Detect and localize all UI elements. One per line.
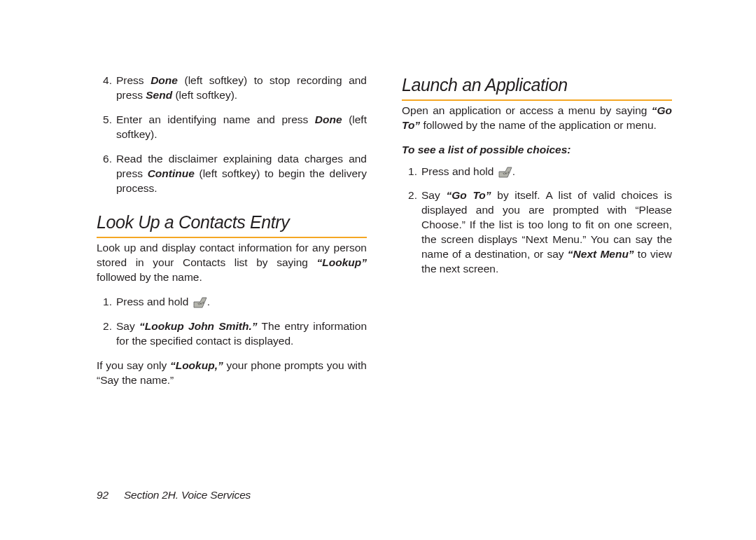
left-column: 4. Press Done (left softkey) to stop rec…	[97, 74, 367, 398]
page-footer: 92 Section 2H. Voice Services	[97, 489, 251, 501]
step-text: Press and hold TALK.	[421, 165, 672, 179]
step-4: 4. Press Done (left softkey) to stop rec…	[97, 74, 367, 103]
step-text: Say “Lookup John Smith.” The entry infor…	[116, 319, 367, 349]
lookup-steps-list: 1. Press and hold TALK. 2. Say “Lookup J…	[97, 295, 367, 349]
voice-command-lookup: “Lookup”	[317, 256, 367, 268]
talk-key-icon: TALK	[192, 296, 207, 308]
step-5: 5. Enter an identifying name and press D…	[97, 113, 367, 142]
softkey-continue: Continue	[148, 167, 195, 179]
step-text: Read the disclaimer explaining data char…	[116, 152, 367, 196]
step-text: Enter an identifying name and press Done…	[116, 113, 367, 142]
step-text: Press and hold TALK.	[116, 295, 367, 310]
voice-command-next-menu: “Next Menu”	[568, 248, 634, 260]
right-column: Launch an Application Open an applicatio…	[402, 74, 672, 398]
lookup-intro: Look up and display contact information …	[97, 241, 367, 285]
voice-command-goto: “Go To”	[446, 189, 491, 201]
page-number: 92	[97, 489, 108, 501]
step-number: 2.	[97, 319, 116, 349]
lookup-step-2: 2. Say “Lookup John Smith.” The entry in…	[97, 319, 367, 349]
two-column-layout: 4. Press Done (left softkey) to stop rec…	[97, 74, 672, 398]
step-number: 1.	[97, 295, 116, 310]
section-title: Section 2H. Voice Services	[124, 489, 251, 501]
subhead-choices: To see a list of possible choices:	[402, 143, 672, 158]
continued-steps-list: 4. Press Done (left softkey) to stop rec…	[97, 74, 367, 195]
step-text: Press Done (left softkey) to stop record…	[116, 74, 367, 103]
step-6: 6. Read the disclaimer explaining data c…	[97, 152, 367, 196]
launch-step-2: 2. Say “Go To” by itself. A list of vali…	[402, 188, 672, 277]
step-number: 5.	[97, 113, 116, 142]
softkey-done: Done	[150, 74, 178, 86]
heading-look-up-contacts: Look Up a Contacts Entry	[97, 211, 367, 238]
heading-launch-application: Launch an Application	[402, 74, 672, 101]
voice-command-lookup-example: “Lookup John Smith.”	[139, 320, 257, 332]
launch-steps-list: 1. Press and hold TALK. 2. Say “Go To” b…	[402, 165, 672, 277]
step-number: 4.	[97, 74, 116, 103]
talk-key-icon: TALK	[497, 165, 512, 178]
manual-page: 4. Press Done (left softkey) to stop rec…	[0, 0, 756, 540]
lookup-step-1: 1. Press and hold TALK.	[97, 295, 367, 310]
step-number: 2.	[402, 188, 421, 277]
launch-intro: Open an application or access a menu by …	[402, 104, 672, 133]
step-text: Say “Go To” by itself. A list of valid c…	[421, 188, 672, 277]
softkey-send: Send	[146, 89, 172, 101]
voice-command-lookup-only: “Lookup,”	[170, 359, 223, 371]
step-number: 6.	[97, 152, 116, 196]
step-number: 1.	[402, 165, 421, 179]
launch-step-1: 1. Press and hold TALK.	[402, 165, 672, 179]
lookup-tail: If you say only “Lookup,” your phone pro…	[97, 359, 367, 388]
softkey-done: Done	[315, 113, 342, 125]
